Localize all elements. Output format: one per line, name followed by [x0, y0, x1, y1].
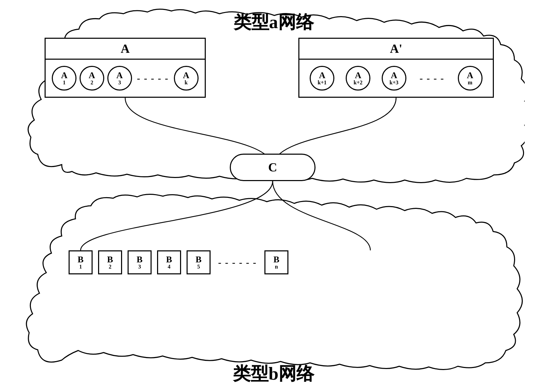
node-b3: B 3: [128, 250, 152, 274]
node-bn: B n: [264, 250, 288, 274]
group-a-title: A: [46, 39, 205, 60]
group-a-nodes: A 1 A 2 A 3 - - - - - A k: [46, 60, 205, 97]
group-aprime-nodes: A k+1 A k+2 A k+3 - - - - A m: [299, 60, 493, 97]
cloud-b-shape: [21, 192, 525, 377]
group-aprime-box: A' A k+1 A k+2 A k+3 - - - - A m: [298, 38, 494, 98]
node-ak2: A k+2: [346, 66, 370, 91]
dots-aprime: - - - -: [420, 73, 444, 84]
node-b5: B 5: [187, 250, 211, 274]
node-am: A m: [458, 66, 483, 91]
node-a3: A 3: [107, 66, 132, 91]
group-a-box: A A 1 A 2 A 3 - - - - - A k: [45, 38, 206, 98]
diagram-container: 类型a网络 A A 1 A 2 A 3 - - - - - A k A': [0, 0, 547, 392]
node-c: C: [230, 154, 316, 181]
node-b1: B 1: [69, 250, 93, 274]
node-a1: A 1: [52, 66, 76, 91]
dots-a: - - - - -: [137, 73, 169, 84]
node-ak: A k: [174, 66, 199, 91]
group-aprime-title: A': [299, 39, 493, 60]
dots-b: - - - - - -: [218, 257, 257, 268]
node-a2: A 2: [80, 66, 104, 91]
network-b-label: 类型b网络: [0, 362, 547, 386]
group-b-nodes: B 1 B 2 B 3 B 4 B 5 - - - - - - B n: [69, 250, 288, 274]
node-b2: B 2: [98, 250, 122, 274]
node-ak3: A k+3: [382, 66, 406, 91]
node-b4: B 4: [157, 250, 181, 274]
network-a-label: 类型a网络: [0, 10, 547, 34]
node-ak1: A k+1: [310, 66, 334, 91]
